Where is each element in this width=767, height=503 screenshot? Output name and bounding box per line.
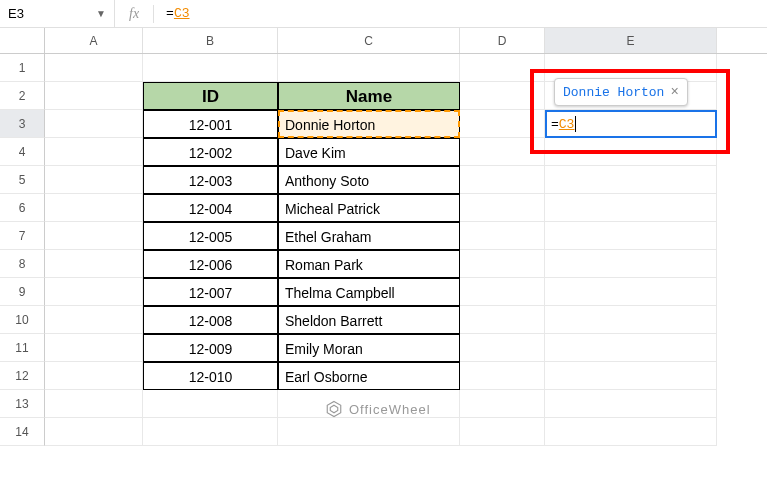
cell[interactable] xyxy=(460,194,545,222)
cell[interactable] xyxy=(460,110,545,138)
cell[interactable] xyxy=(545,390,717,418)
cell[interactable] xyxy=(460,278,545,306)
row-header[interactable]: 13 xyxy=(0,390,45,418)
text-cursor xyxy=(575,116,576,132)
cell[interactable] xyxy=(460,362,545,390)
cell[interactable] xyxy=(545,138,717,166)
cell[interactable] xyxy=(545,306,717,334)
cell[interactable] xyxy=(45,166,143,194)
table-cell-name[interactable]: Ethel Graham xyxy=(278,222,460,250)
cell[interactable] xyxy=(45,418,143,446)
cell[interactable] xyxy=(278,54,460,82)
table-cell-id[interactable]: 12-009 xyxy=(143,334,278,362)
table-header-name[interactable]: Name xyxy=(278,82,460,110)
chevron-down-icon[interactable]: ▼ xyxy=(96,8,106,19)
cell[interactable] xyxy=(45,54,143,82)
cell[interactable] xyxy=(45,138,143,166)
cell[interactable] xyxy=(45,278,143,306)
table-cell-id[interactable]: 12-007 xyxy=(143,278,278,306)
grid-row: 6 12-004 Micheal Patrick xyxy=(0,194,767,222)
table-cell-id[interactable]: 12-002 xyxy=(143,138,278,166)
cell[interactable] xyxy=(460,82,545,110)
table-cell-id[interactable]: 12-006 xyxy=(143,250,278,278)
cell[interactable] xyxy=(143,54,278,82)
row-header[interactable]: 10 xyxy=(0,306,45,334)
table-cell-id[interactable]: 12-003 xyxy=(143,166,278,194)
cell[interactable] xyxy=(45,362,143,390)
table-cell-id[interactable]: 12-008 xyxy=(143,306,278,334)
formula-input[interactable]: =C3 xyxy=(154,6,767,21)
formula-preview-tooltip: Donnie Horton × xyxy=(554,78,688,106)
table-cell-id[interactable]: 12-004 xyxy=(143,194,278,222)
cell[interactable] xyxy=(545,250,717,278)
cell[interactable] xyxy=(460,222,545,250)
table-cell-name[interactable]: Sheldon Barrett xyxy=(278,306,460,334)
row-header[interactable]: 14 xyxy=(0,418,45,446)
cell[interactable] xyxy=(545,278,717,306)
cell[interactable] xyxy=(545,334,717,362)
table-cell-name[interactable]: Earl Osborne xyxy=(278,362,460,390)
cell[interactable] xyxy=(545,166,717,194)
row-header[interactable]: 9 xyxy=(0,278,45,306)
cell[interactable] xyxy=(460,390,545,418)
table-cell-name[interactable]: Dave Kim xyxy=(278,138,460,166)
cell[interactable] xyxy=(460,334,545,362)
table-header-id[interactable]: ID xyxy=(143,82,278,110)
row-header[interactable]: 12 xyxy=(0,362,45,390)
cell[interactable] xyxy=(45,390,143,418)
col-header-B[interactable]: B xyxy=(143,28,278,53)
table-cell-name[interactable]: Emily Moran xyxy=(278,334,460,362)
grid-row: 5 12-003 Anthony Soto xyxy=(0,166,767,194)
row-header[interactable]: 5 xyxy=(0,166,45,194)
cell[interactable] xyxy=(45,306,143,334)
row-header[interactable]: 2 xyxy=(0,82,45,110)
cell[interactable] xyxy=(143,418,278,446)
cell[interactable] xyxy=(45,194,143,222)
cell[interactable] xyxy=(278,418,460,446)
row-header[interactable]: 7 xyxy=(0,222,45,250)
table-cell-id[interactable]: 12-001 xyxy=(143,110,278,138)
cell[interactable] xyxy=(460,418,545,446)
table-cell-id[interactable]: 12-005 xyxy=(143,222,278,250)
row-header[interactable]: 4 xyxy=(0,138,45,166)
table-cell-name[interactable]: Micheal Patrick xyxy=(278,194,460,222)
active-cell-editor[interactable]: =C3 xyxy=(545,110,717,138)
row-header[interactable]: 8 xyxy=(0,250,45,278)
table-cell-name[interactable]: Anthony Soto xyxy=(278,166,460,194)
table-cell-name[interactable]: Donnie Horton xyxy=(278,110,460,138)
col-header-E[interactable]: E xyxy=(545,28,717,53)
row-header[interactable]: 6 xyxy=(0,194,45,222)
row-header[interactable]: 1 xyxy=(0,54,45,82)
cell[interactable] xyxy=(45,222,143,250)
table-cell-name[interactable]: Roman Park xyxy=(278,250,460,278)
cell[interactable] xyxy=(460,250,545,278)
formula-ref: C3 xyxy=(174,6,190,21)
col-header-D[interactable]: D xyxy=(460,28,545,53)
grid-row: 4 12-002 Dave Kim xyxy=(0,138,767,166)
row-header[interactable]: 3 xyxy=(0,110,45,138)
col-header-A[interactable]: A xyxy=(45,28,143,53)
cell[interactable] xyxy=(45,110,143,138)
cell[interactable] xyxy=(45,334,143,362)
cell[interactable] xyxy=(545,362,717,390)
name-box-text: E3 xyxy=(8,6,96,21)
watermark-text: OfficeWheel xyxy=(349,402,431,417)
cell[interactable] xyxy=(460,306,545,334)
tooltip-text: Donnie Horton xyxy=(563,85,664,100)
cell[interactable] xyxy=(45,250,143,278)
cell[interactable] xyxy=(143,390,278,418)
name-box[interactable]: E3 ▼ xyxy=(0,0,115,27)
cell[interactable] xyxy=(545,194,717,222)
cell[interactable] xyxy=(460,166,545,194)
row-header[interactable]: 11 xyxy=(0,334,45,362)
select-all-corner[interactable] xyxy=(0,28,45,53)
cell[interactable] xyxy=(460,138,545,166)
table-cell-id[interactable]: 12-010 xyxy=(143,362,278,390)
cell[interactable] xyxy=(545,222,717,250)
cell[interactable] xyxy=(460,54,545,82)
close-icon[interactable]: × xyxy=(670,84,678,100)
cell[interactable] xyxy=(545,418,717,446)
cell[interactable] xyxy=(45,82,143,110)
col-header-C[interactable]: C xyxy=(278,28,460,53)
table-cell-name[interactable]: Thelma Campbell xyxy=(278,278,460,306)
